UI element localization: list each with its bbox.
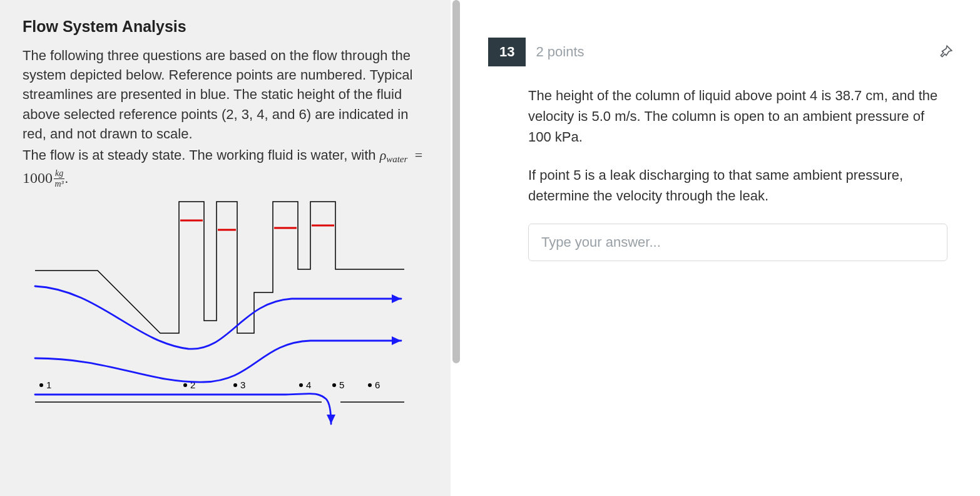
pin-button[interactable]: [937, 44, 954, 60]
scrollbar-thumb[interactable]: [452, 0, 460, 363]
svg-marker-18: [392, 294, 401, 303]
reference-scrollbar[interactable]: [451, 0, 462, 496]
svg-point-6: [299, 383, 303, 387]
svg-text:6: 6: [375, 380, 380, 390]
svg-point-10: [368, 383, 372, 387]
reference-title: Flow System Analysis: [23, 18, 428, 36]
svg-marker-20: [327, 415, 335, 424]
svg-text:4: 4: [306, 380, 311, 390]
answer-input[interactable]: [528, 224, 947, 261]
unit-fraction: kgm³: [54, 169, 64, 189]
svg-marker-19: [392, 336, 401, 345]
question-text-2: If point 5 is a leak discharging to that…: [528, 165, 954, 206]
rho-symbol: ρ: [380, 147, 387, 163]
rho-subscript: water: [386, 154, 407, 164]
flow-diagram: 1 2 3 4 5 6: [23, 195, 411, 436]
svg-text:3: 3: [240, 380, 245, 390]
svg-point-0: [39, 383, 43, 387]
question-panel: 13 2 points The height of the column of …: [462, 0, 980, 496]
svg-point-2: [183, 383, 187, 387]
svg-text:1: 1: [46, 380, 51, 390]
question-text-1: The height of the column of liquid above…: [528, 85, 954, 147]
rho-value: 1000: [23, 170, 53, 186]
svg-text:5: 5: [339, 380, 344, 390]
para2-prefix: The flow is at steady state. The working…: [23, 147, 380, 163]
svg-point-4: [233, 383, 237, 387]
reference-paragraph-1: The following three questions are based …: [23, 46, 428, 143]
question-points: 2 points: [536, 44, 584, 60]
pin-icon: [937, 44, 954, 60]
svg-point-8: [332, 383, 336, 387]
reference-paragraph-2: The flow is at steady state. The working…: [23, 145, 428, 189]
reference-panel: Flow System Analysis The following three…: [0, 0, 451, 496]
question-number-badge: 13: [488, 38, 526, 66]
question-header: 13 2 points: [488, 38, 954, 66]
equals-sign: =: [407, 147, 426, 163]
